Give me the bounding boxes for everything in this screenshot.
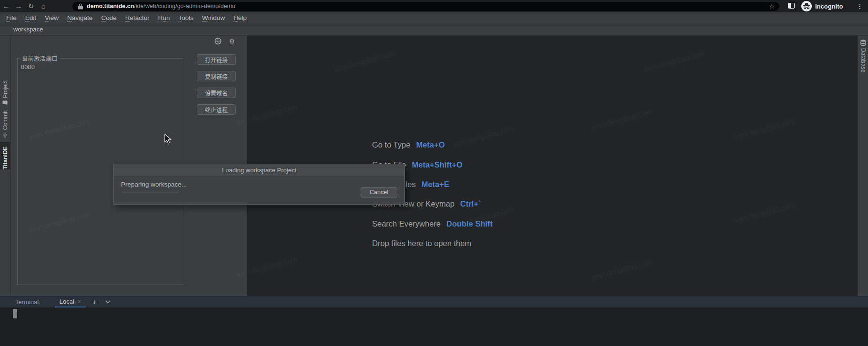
sidebar-item-project[interactable]: Project — [0, 75, 10, 105]
shortcut-hint-line: Drop files here to open them — [372, 234, 493, 253]
home-icon[interactable]: ⌂ — [37, 0, 50, 12]
progress-bar — [121, 192, 179, 193]
menu-tools[interactable]: Tools — [174, 14, 198, 21]
new-terminal-icon[interactable]: + — [92, 298, 97, 306]
close-icon[interactable]: × — [78, 298, 81, 305]
left-tool-stripe: ProjectCommitTitanIDE — [0, 36, 10, 296]
shortcut-keys: Meta+Shift+O — [412, 160, 463, 169]
shortcut-keys: Meta+E — [422, 180, 449, 189]
browser-menu-icon[interactable]: ⋮ — [857, 0, 863, 12]
menu-edit[interactable]: Edit — [21, 14, 40, 21]
reload-icon[interactable]: ↻ — [25, 0, 37, 12]
menu-help[interactable]: Help — [229, 14, 251, 21]
workspace-tab[interactable]: workspace — [13, 26, 43, 33]
incognito-label: Incognito — [815, 3, 843, 10]
shortcut-keys: Double Shift — [446, 219, 493, 228]
chevron-down-icon[interactable] — [105, 300, 111, 304]
port-action-button-1[interactable]: 复制链接 — [197, 71, 236, 81]
shortcut-hint-line: Search EverywhereDouble Shift — [372, 214, 493, 234]
sidebar-item-database[interactable]: Database — [858, 40, 868, 72]
terminal-cursor — [13, 309, 17, 318]
shortcut-keys: Meta+O — [416, 140, 444, 149]
lock-icon — [78, 3, 83, 10]
gear-icon[interactable]: ⚙ — [229, 38, 235, 45]
right-tool-stripe: Database — [858, 36, 868, 296]
port-action-button-0[interactable]: 打开链接 — [197, 54, 236, 65]
dialog-title: Loading workspace Project — [222, 167, 296, 174]
dialog-message: Preparing workspace... — [121, 181, 187, 188]
shortcut-label: Drop files here to open them — [372, 239, 471, 248]
bookmark-star-icon[interactable]: ☆ — [769, 2, 775, 11]
sidebar-item-commit[interactable]: Commit — [0, 110, 10, 138]
terminal-label: Terminal: — [15, 298, 40, 306]
browser-toolbar: ← → ↻ ⌂ demo.titanide.cn/ide/web/coding/… — [0, 0, 868, 12]
url-domain: demo.titanide.cn — [87, 3, 134, 10]
sidebar-item-label: Commit — [2, 110, 9, 130]
shortcut-label: Search Everywhere — [372, 219, 441, 228]
terminal-tab-label: Local — [60, 298, 74, 305]
incognito-icon — [801, 1, 812, 11]
back-icon[interactable]: ← — [0, 0, 12, 12]
project-tab-bar: workspace — [0, 24, 868, 36]
loading-workspace-dialog: Loading workspace Project Preparing work… — [113, 164, 405, 205]
menu-refactor[interactable]: Refactor — [121, 14, 154, 21]
globe-icon[interactable] — [214, 38, 222, 45]
menu-navigate[interactable]: Navigate — [63, 14, 97, 21]
dialog-body: Preparing workspace... Cancel — [114, 176, 404, 204]
menu-run[interactable]: Run — [154, 14, 174, 21]
menu-view[interactable]: View — [40, 14, 63, 21]
terminal-output[interactable] — [0, 307, 868, 346]
side-panel-icon[interactable] — [788, 3, 795, 9]
port-item[interactable]: 8080 — [21, 63, 184, 70]
shortcut-label: Go to Type — [372, 140, 410, 149]
cancel-button[interactable]: Cancel — [361, 187, 397, 198]
forward-icon[interactable]: → — [12, 0, 25, 12]
address-bar[interactable]: demo.titanide.cn/ide/web/coding/go-admin… — [72, 2, 779, 11]
sidebar-item-label: TitanIDE — [2, 147, 9, 169]
active-ports-legend: 当前激活端口 — [20, 54, 60, 63]
menu-file[interactable]: File — [2, 14, 21, 21]
url-path: /ide/web/coding/go-admin-demo/demo — [134, 3, 235, 10]
shortcut-hint-line: Go to TypeMeta+O — [372, 135, 493, 155]
folder-icon — [3, 100, 8, 105]
sidebar-item-label: Database — [860, 48, 867, 72]
port-actions: 打开链接复制链接设置域名终止进程 — [197, 54, 236, 115]
menu-code[interactable]: Code — [97, 14, 121, 21]
menu-window[interactable]: Window — [198, 14, 229, 21]
sidebar-item-titanide[interactable]: TitanIDE — [0, 142, 10, 169]
commit-icon — [3, 132, 8, 138]
sidebar-item-label: Project — [2, 80, 9, 98]
incognito-badge: Incognito — [801, 1, 843, 11]
port-action-button-2[interactable]: 设置域名 — [197, 88, 236, 98]
tool-window-header: ⚙ — [214, 38, 242, 45]
terminal-tab-local[interactable]: Local × — [55, 297, 86, 307]
dialog-title-bar[interactable]: Loading workspace Project — [114, 164, 404, 176]
terminal-tab-bar: Terminal: Local × + — [0, 296, 868, 307]
database-icon — [860, 40, 867, 46]
shortcut-keys: Ctrl+` — [460, 199, 481, 208]
port-action-button-3[interactable]: 终止进程 — [197, 104, 236, 115]
ide-menu-bar: FileEditViewNavigateCodeRefactorRunTools… — [0, 12, 868, 24]
